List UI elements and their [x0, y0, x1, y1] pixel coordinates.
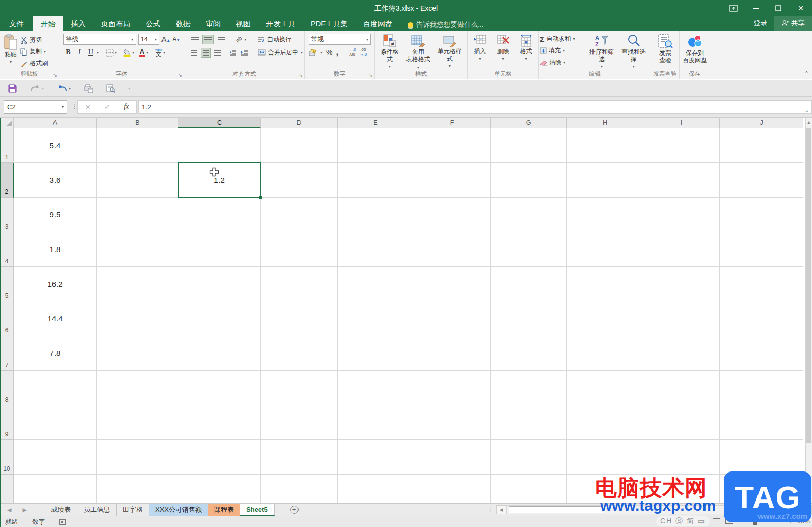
- grid-cell-F10[interactable]: [414, 440, 491, 475]
- expand-formula-bar-icon[interactable]: ⌄: [805, 107, 809, 113]
- qat-customize-button[interactable]: ▾: [128, 86, 130, 91]
- vertical-scrollbar-thumb[interactable]: [806, 128, 811, 443]
- row-header-6[interactable]: 6: [0, 301, 14, 336]
- row-header-4[interactable]: 4: [0, 232, 14, 267]
- save-button[interactable]: [8, 84, 17, 93]
- column-header-J[interactable]: J: [720, 118, 803, 128]
- sheet-tab-XXX公司销售额[interactable]: XXX公司销售额: [149, 504, 208, 516]
- tab-review[interactable]: 审阅: [198, 16, 228, 31]
- underline-button[interactable]: U: [86, 48, 96, 57]
- ribbon-display-options-button[interactable]: [722, 0, 745, 16]
- align-bottom-icon[interactable]: [216, 35, 227, 44]
- grid-cell-I9[interactable]: [643, 405, 720, 440]
- align-top-icon[interactable]: [190, 35, 200, 44]
- grid-cell-H6[interactable]: [567, 301, 643, 336]
- collapse-ribbon-icon[interactable]: ⌃: [804, 70, 809, 77]
- grow-font-button[interactable]: A▲: [161, 35, 170, 43]
- row-header-8[interactable]: 8: [0, 371, 14, 405]
- grid-cell-J6[interactable]: [720, 301, 803, 336]
- fill-color-icon[interactable]: [123, 48, 131, 57]
- number-format-select[interactable]: 常规▾: [309, 34, 371, 45]
- grid-cell-D6[interactable]: [261, 301, 338, 336]
- grid-cell-D8[interactable]: [261, 371, 338, 405]
- sheet-tab-成绩表[interactable]: 成绩表: [45, 504, 77, 516]
- grid-cell-J1[interactable]: [720, 128, 803, 163]
- align-middle-icon[interactable]: [202, 35, 214, 44]
- paste-button[interactable]: 粘贴 ▾: [1, 33, 20, 69]
- grid-cell-B7[interactable]: [97, 336, 178, 371]
- grid-cell-C8[interactable]: [178, 371, 261, 405]
- format-painter-button[interactable]: 格式刷: [20, 58, 48, 69]
- orientation-icon[interactable]: ab: [235, 35, 243, 43]
- grid-cell-H4[interactable]: [567, 232, 643, 267]
- save-to-netdisk-button[interactable]: 保存到百度网盘: [681, 33, 709, 69]
- row-header-10[interactable]: 10: [0, 440, 14, 475]
- preview-button[interactable]: [106, 84, 115, 93]
- row-header-11[interactable]: [0, 475, 14, 503]
- cancel-icon[interactable]: ✕: [85, 103, 91, 111]
- grid-cell-J9[interactable]: [720, 405, 803, 440]
- grid-cell-C10[interactable]: [178, 440, 261, 475]
- vertical-scrollbar[interactable]: ▲: [805, 118, 812, 503]
- grid-cell-J5[interactable]: [720, 267, 803, 301]
- grid-cell-A10[interactable]: [14, 440, 97, 475]
- row-header-9[interactable]: 9: [0, 405, 14, 440]
- cut-button[interactable]: 剪切: [20, 35, 48, 45]
- name-box[interactable]: C2 ▾: [4, 100, 67, 114]
- format-cells-button[interactable]: 格式 ▾: [518, 33, 535, 69]
- horizontal-scrollbar-thumb[interactable]: [509, 506, 603, 513]
- row-header-5[interactable]: 5: [0, 267, 14, 301]
- dialog-launcher-icon[interactable]: ↘: [178, 73, 182, 78]
- grid-cell-B6[interactable]: [97, 301, 178, 336]
- grid-cell-D4[interactable]: [261, 232, 338, 267]
- borders-icon[interactable]: [106, 49, 114, 57]
- grid-cell-J10[interactable]: [720, 440, 803, 475]
- sign-in-button[interactable]: 登录: [746, 19, 774, 28]
- grid-cell-E9[interactable]: [338, 405, 414, 440]
- clear-button[interactable]: 清除 ▾: [540, 57, 586, 68]
- grid-cell-J4[interactable]: [720, 232, 803, 267]
- grid-cell-G10[interactable]: [491, 440, 567, 475]
- grid-cell-B1[interactable]: [97, 128, 178, 163]
- grid-cell-I4[interactable]: [643, 232, 720, 267]
- decrease-indent-icon[interactable]: [228, 48, 238, 57]
- row-header-7[interactable]: 7: [0, 336, 14, 371]
- fill-handle[interactable]: [259, 196, 262, 199]
- grid-cell-B8[interactable]: [97, 371, 178, 405]
- font-size-select[interactable]: 14▾: [138, 34, 159, 45]
- copy-button[interactable]: 复制 ▾: [20, 46, 48, 57]
- grid-cell-E1[interactable]: [338, 128, 414, 163]
- comma-style-button[interactable]: ,: [336, 48, 338, 57]
- grid-cell-F3[interactable]: [414, 198, 491, 232]
- grid-cell-B5[interactable]: [97, 267, 178, 301]
- decrease-decimal-button[interactable]: .00→.0: [360, 48, 367, 57]
- fill-button[interactable]: 填充 ▾: [540, 45, 586, 56]
- hscroll-left-icon[interactable]: ◀: [496, 505, 506, 514]
- align-left-icon[interactable]: [190, 48, 199, 57]
- grid-cell-D2[interactable]: [261, 163, 338, 198]
- grid-cell-C5[interactable]: [178, 267, 261, 301]
- dialog-launcher-icon[interactable]: ↘: [299, 73, 303, 78]
- tab-baidu-netdisk[interactable]: 百度网盘: [356, 16, 400, 31]
- grid-cell-A11[interactable]: [14, 475, 97, 503]
- enter-icon[interactable]: ✓: [104, 103, 110, 111]
- select-all-button[interactable]: [0, 118, 14, 128]
- grid-cell-E11[interactable]: [338, 475, 414, 503]
- grid-cell-G3[interactable]: [491, 198, 567, 232]
- grid-cell-B2[interactable]: [97, 163, 178, 198]
- grid-cell-F2[interactable]: [414, 163, 491, 198]
- italic-button[interactable]: I: [74, 48, 85, 57]
- grid-cell-F8[interactable]: [414, 371, 491, 405]
- grid-cell-H9[interactable]: [567, 405, 643, 440]
- column-header-B[interactable]: B: [97, 118, 178, 128]
- tab-view[interactable]: 视图: [228, 16, 258, 31]
- column-header-D[interactable]: D: [261, 118, 338, 128]
- dialog-launcher-icon[interactable]: ↘: [369, 73, 373, 78]
- grid-cell-F5[interactable]: [414, 267, 491, 301]
- tab-developer[interactable]: 开发工具: [258, 16, 303, 31]
- grid-cell-H1[interactable]: [567, 128, 643, 163]
- align-right-icon[interactable]: [213, 48, 222, 57]
- find-select-button[interactable]: 查找和选择 ▾: [617, 33, 649, 69]
- grid-cell-B4[interactable]: [97, 232, 178, 267]
- grid-cell-C9[interactable]: [178, 405, 261, 440]
